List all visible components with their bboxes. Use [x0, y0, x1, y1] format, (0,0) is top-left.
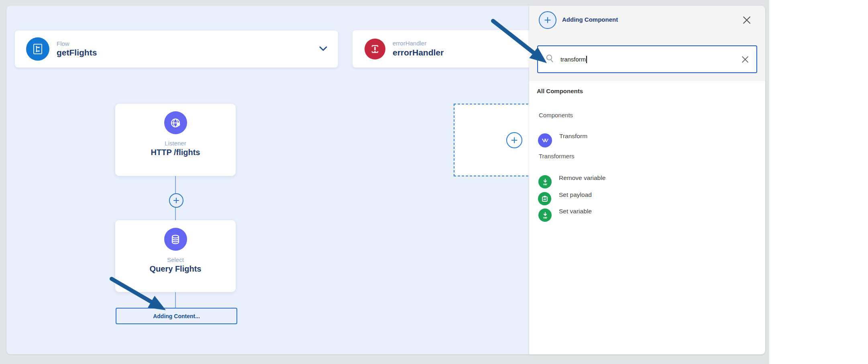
set-variable-icon: var	[538, 209, 552, 222]
search-icon	[545, 54, 555, 65]
flow-connector-bottom	[175, 292, 176, 309]
drop-target-plus-button[interactable]	[506, 132, 522, 148]
component-item-set-variable[interactable]: Set variable	[559, 208, 592, 215]
section-transformers: Transformers	[539, 153, 575, 160]
flow-card-type: Flow	[57, 40, 97, 48]
component-item-set-payload[interactable]: Set payload	[559, 191, 592, 198]
section-components: Components	[539, 112, 573, 119]
svg-text:var: var	[543, 182, 547, 185]
adding-content-button[interactable]: Adding Content...	[116, 308, 237, 324]
listener-name: HTTP /flights	[151, 147, 200, 157]
set-payload-icon	[538, 192, 551, 205]
chevron-down-icon[interactable]	[319, 46, 328, 53]
select-node[interactable]: Select Query Flights	[115, 220, 236, 292]
listener-type: Listener	[165, 140, 186, 147]
close-panel-icon[interactable]	[742, 15, 752, 25]
adding-component-icon	[539, 11, 556, 29]
all-components-heading: All Components	[537, 88, 583, 94]
clear-search-icon[interactable]	[741, 55, 749, 63]
http-listener-icon	[164, 111, 187, 134]
flow-card[interactable]: Flow getFlights	[15, 31, 338, 67]
select-name: Query Flights	[150, 264, 202, 274]
listener-node[interactable]: Listener HTTP /flights	[115, 104, 236, 176]
flow-card-name: getFlights	[57, 47, 97, 58]
component-item-remove-variable[interactable]: Remove variable	[559, 174, 605, 182]
remove-variable-icon: var	[538, 175, 552, 188]
adding-component-panel: Adding Component transform All Component…	[529, 6, 765, 354]
transform-icon	[538, 133, 552, 147]
panel-title: Adding Component	[562, 16, 618, 23]
error-handler-name: errorHandler	[393, 47, 444, 58]
error-handler-type: errorHandler	[393, 40, 444, 47]
flow-designer-screen: { "flow_card": { "type_label": "Flow", "…	[0, 0, 868, 364]
component-item-transform[interactable]: Transform	[559, 133, 587, 140]
panel-header: Adding Component transform	[529, 6, 765, 81]
database-select-icon	[164, 228, 187, 251]
error-handler-card[interactable]: errorHandler errorHandler	[352, 30, 529, 67]
select-type: Select	[167, 256, 184, 264]
component-search-input[interactable]: transform	[537, 45, 757, 73]
adding-content-label: Adding Content...	[153, 313, 200, 319]
insert-component-button[interactable]	[169, 193, 183, 208]
error-handler-icon	[365, 39, 385, 59]
search-value: transform	[560, 56, 586, 63]
text-cursor	[586, 56, 587, 63]
flow-icon	[26, 37, 49, 61]
svg-text:var: var	[543, 216, 547, 219]
